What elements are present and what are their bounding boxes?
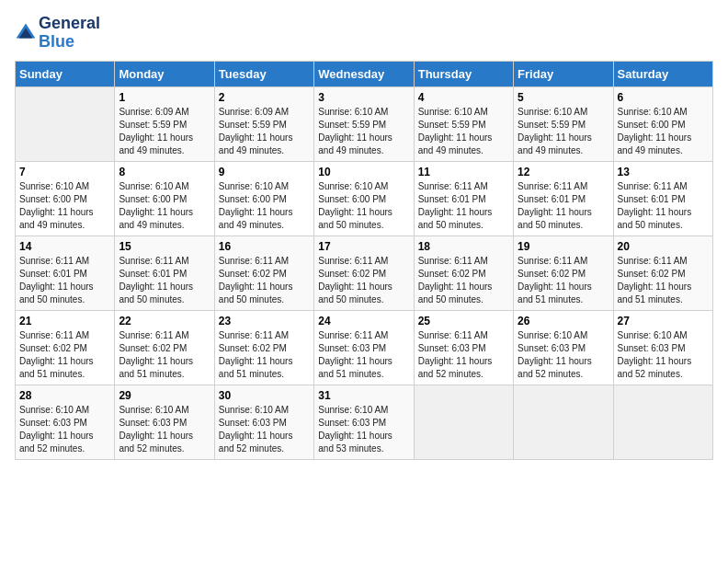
weekday-header-monday: Monday — [115, 61, 214, 86]
day-number: 4 — [418, 91, 509, 104]
day-info: Sunrise: 6:10 AMSunset: 6:03 PMDaylight:… — [318, 404, 409, 455]
day-number: 25 — [418, 315, 509, 327]
weekday-header-row: SundayMondayTuesdayWednesdayThursdayFrid… — [16, 61, 713, 86]
calendar-cell: 3Sunrise: 6:10 AMSunset: 5:59 PMDaylight… — [314, 86, 414, 161]
calendar-cell: 2Sunrise: 6:09 AMSunset: 5:59 PMDaylight… — [214, 86, 313, 161]
calendar-cell — [16, 86, 115, 161]
day-number: 18 — [418, 240, 509, 253]
calendar-header: SundayMondayTuesdayWednesdayThursdayFrid… — [16, 61, 713, 86]
logo-text-blue: Blue — [39, 33, 100, 52]
calendar-cell: 17Sunrise: 6:11 AMSunset: 6:02 PMDayligh… — [314, 236, 414, 310]
day-number: 23 — [219, 315, 310, 327]
day-number: 10 — [318, 166, 409, 178]
calendar-cell: 31Sunrise: 6:10 AMSunset: 6:03 PMDayligh… — [314, 385, 414, 459]
day-number: 8 — [119, 166, 210, 178]
day-number: 9 — [219, 166, 310, 178]
day-info: Sunrise: 6:11 AMSunset: 6:01 PMDaylight:… — [119, 255, 210, 306]
calendar-cell: 14Sunrise: 6:11 AMSunset: 6:01 PMDayligh… — [16, 236, 115, 310]
calendar-cell: 6Sunrise: 6:10 AMSunset: 6:00 PMDaylight… — [613, 86, 712, 161]
day-number: 24 — [318, 315, 409, 327]
calendar-cell: 22Sunrise: 6:11 AMSunset: 6:02 PMDayligh… — [115, 310, 214, 385]
day-number: 11 — [418, 166, 509, 178]
calendar-cell: 24Sunrise: 6:11 AMSunset: 6:03 PMDayligh… — [314, 310, 414, 385]
calendar-cell: 27Sunrise: 6:10 AMSunset: 6:03 PMDayligh… — [613, 310, 712, 385]
calendar-cell — [613, 385, 712, 459]
day-info: Sunrise: 6:11 AMSunset: 6:02 PMDaylight:… — [418, 255, 509, 306]
day-info: Sunrise: 6:10 AMSunset: 5:59 PMDaylight:… — [518, 106, 609, 157]
day-info: Sunrise: 6:11 AMSunset: 6:03 PMDaylight:… — [318, 329, 409, 381]
calendar-week-row: 21Sunrise: 6:11 AMSunset: 6:02 PMDayligh… — [16, 310, 713, 385]
day-number: 6 — [618, 91, 709, 104]
day-number: 28 — [19, 389, 110, 402]
day-info: Sunrise: 6:10 AMSunset: 6:03 PMDaylight:… — [119, 404, 210, 455]
calendar-week-row: 14Sunrise: 6:11 AMSunset: 6:01 PMDayligh… — [16, 236, 713, 310]
day-info: Sunrise: 6:11 AMSunset: 6:02 PMDaylight:… — [219, 329, 310, 381]
day-number: 31 — [318, 389, 409, 402]
day-info: Sunrise: 6:10 AMSunset: 6:03 PMDaylight:… — [618, 329, 709, 381]
day-info: Sunrise: 6:10 AMSunset: 6:03 PMDaylight:… — [219, 404, 310, 455]
day-info: Sunrise: 6:10 AMSunset: 5:59 PMDaylight:… — [318, 106, 409, 157]
day-number: 5 — [518, 91, 609, 104]
day-info: Sunrise: 6:11 AMSunset: 6:02 PMDaylight:… — [219, 255, 310, 306]
weekday-header-friday: Friday — [514, 61, 613, 86]
day-number: 14 — [19, 240, 110, 253]
calendar-cell: 15Sunrise: 6:11 AMSunset: 6:01 PMDayligh… — [115, 236, 214, 310]
calendar-cell: 7Sunrise: 6:10 AMSunset: 6:00 PMDaylight… — [16, 161, 115, 236]
day-number: 19 — [518, 240, 609, 253]
day-info: Sunrise: 6:10 AMSunset: 6:00 PMDaylight:… — [19, 180, 110, 232]
calendar-cell: 10Sunrise: 6:10 AMSunset: 6:00 PMDayligh… — [314, 161, 414, 236]
calendar-cell: 11Sunrise: 6:11 AMSunset: 6:01 PMDayligh… — [414, 161, 513, 236]
weekday-header-saturday: Saturday — [613, 61, 712, 86]
top-area: General Blue — [15, 15, 713, 52]
day-number: 12 — [518, 166, 609, 178]
day-number: 30 — [219, 389, 310, 402]
day-info: Sunrise: 6:11 AMSunset: 6:01 PMDaylight:… — [418, 180, 509, 232]
day-info: Sunrise: 6:09 AMSunset: 5:59 PMDaylight:… — [119, 106, 210, 157]
calendar-cell: 13Sunrise: 6:11 AMSunset: 6:01 PMDayligh… — [613, 161, 712, 236]
day-number: 15 — [119, 240, 210, 253]
calendar-cell — [514, 385, 613, 459]
calendar-cell: 18Sunrise: 6:11 AMSunset: 6:02 PMDayligh… — [414, 236, 513, 310]
day-number: 21 — [19, 315, 110, 327]
calendar-cell: 30Sunrise: 6:10 AMSunset: 6:03 PMDayligh… — [214, 385, 313, 459]
day-info: Sunrise: 6:11 AMSunset: 6:02 PMDaylight:… — [318, 255, 409, 306]
day-info: Sunrise: 6:11 AMSunset: 6:03 PMDaylight:… — [418, 329, 509, 381]
weekday-header-tuesday: Tuesday — [214, 61, 313, 86]
day-info: Sunrise: 6:11 AMSunset: 6:01 PMDaylight:… — [19, 255, 110, 306]
calendar-cell: 12Sunrise: 6:11 AMSunset: 6:01 PMDayligh… — [514, 161, 613, 236]
day-number: 1 — [119, 91, 210, 104]
calendar-cell: 8Sunrise: 6:10 AMSunset: 6:00 PMDaylight… — [115, 161, 214, 236]
calendar-cell: 16Sunrise: 6:11 AMSunset: 6:02 PMDayligh… — [214, 236, 313, 310]
calendar-cell: 4Sunrise: 6:10 AMSunset: 5:59 PMDaylight… — [414, 86, 513, 161]
weekday-header-thursday: Thursday — [414, 61, 513, 86]
weekday-header-sunday: Sunday — [16, 61, 115, 86]
calendar-cell — [414, 385, 513, 459]
day-info: Sunrise: 6:11 AMSunset: 6:02 PMDaylight:… — [19, 329, 110, 381]
logo: General Blue — [15, 15, 713, 52]
calendar-cell: 20Sunrise: 6:11 AMSunset: 6:02 PMDayligh… — [613, 236, 712, 310]
calendar-cell: 21Sunrise: 6:11 AMSunset: 6:02 PMDayligh… — [16, 310, 115, 385]
logo-text-general: General — [39, 15, 100, 33]
day-number: 26 — [518, 315, 609, 327]
day-number: 17 — [318, 240, 409, 253]
day-info: Sunrise: 6:09 AMSunset: 5:59 PMDaylight:… — [219, 106, 310, 157]
weekday-header-wednesday: Wednesday — [314, 61, 414, 86]
calendar-cell: 23Sunrise: 6:11 AMSunset: 6:02 PMDayligh… — [214, 310, 313, 385]
calendar-cell: 28Sunrise: 6:10 AMSunset: 6:03 PMDayligh… — [16, 385, 115, 459]
day-number: 3 — [318, 91, 409, 104]
day-info: Sunrise: 6:11 AMSunset: 6:02 PMDaylight:… — [518, 255, 609, 306]
day-info: Sunrise: 6:10 AMSunset: 6:00 PMDaylight:… — [219, 180, 310, 232]
day-number: 27 — [618, 315, 709, 327]
day-info: Sunrise: 6:10 AMSunset: 6:00 PMDaylight:… — [119, 180, 210, 232]
calendar-cell: 5Sunrise: 6:10 AMSunset: 5:59 PMDaylight… — [514, 86, 613, 161]
day-info: Sunrise: 6:10 AMSunset: 6:03 PMDaylight:… — [518, 329, 609, 381]
day-info: Sunrise: 6:10 AMSunset: 6:00 PMDaylight:… — [618, 106, 709, 157]
day-number: 7 — [19, 166, 110, 178]
calendar-cell: 26Sunrise: 6:10 AMSunset: 6:03 PMDayligh… — [514, 310, 613, 385]
day-info: Sunrise: 6:11 AMSunset: 6:01 PMDaylight:… — [518, 180, 609, 232]
calendar-cell: 29Sunrise: 6:10 AMSunset: 6:03 PMDayligh… — [115, 385, 214, 459]
day-number: 16 — [219, 240, 310, 253]
calendar-week-row: 28Sunrise: 6:10 AMSunset: 6:03 PMDayligh… — [16, 385, 713, 459]
day-number: 22 — [119, 315, 210, 327]
generalblue-logo-icon — [15, 22, 37, 44]
